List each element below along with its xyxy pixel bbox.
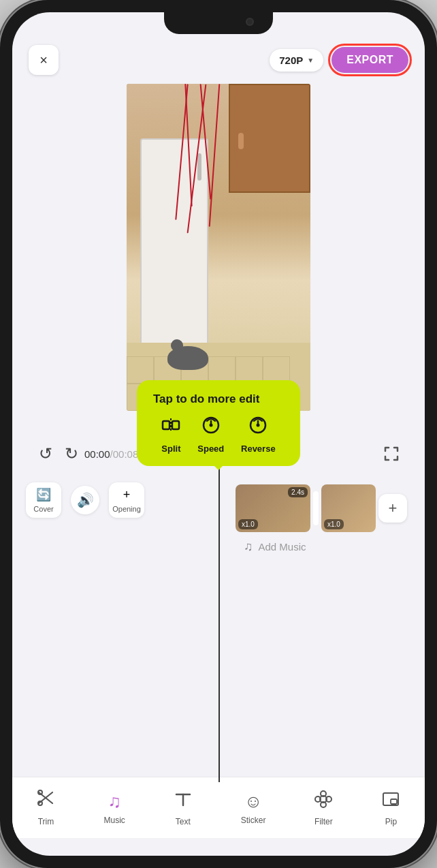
opening-icon: + — [123, 488, 131, 502]
cabinet-handle — [238, 133, 244, 149]
front-camera — [246, 18, 254, 26]
svg-point-4 — [209, 424, 212, 427]
filter-tool[interactable]: Filter — [314, 790, 333, 826]
fridge-handle — [197, 153, 201, 181]
top-right-controls: 720P ▼ EXPORT — [270, 47, 408, 73]
reverse-icon — [248, 416, 268, 439]
clip-2[interactable]: x1.0 — [321, 484, 376, 532]
floor-tile — [263, 356, 290, 384]
filter-label: Filter — [314, 817, 333, 826]
opening-button[interactable]: + Opening — [109, 482, 144, 518]
cat-animal — [167, 346, 208, 370]
clip-separator[interactable] — [313, 491, 319, 525]
sticker-label: Sticker — [241, 816, 266, 825]
quality-label: 720P — [279, 55, 303, 66]
video-frame — [127, 84, 310, 411]
floor-tile — [208, 356, 236, 384]
clip2-speed-badge: x1.0 — [324, 519, 344, 529]
svg-point-10 — [38, 801, 42, 805]
music-tool[interactable]: ♫ Music — [103, 791, 125, 825]
reverse-label: Reverse — [241, 444, 276, 454]
sticker-icon: ☺ — [244, 791, 263, 812]
clip-1[interactable]: 2.4s x1.0 — [236, 484, 310, 532]
cover-icon: 🔄 — [36, 487, 51, 502]
text-label: Text — [176, 817, 191, 826]
tooltip-popup[interactable]: Tap to do more edit Split — [137, 380, 300, 466]
bottom-toolbar: Trim ♫ Music Text ☺ Sticker — [12, 777, 425, 838]
svg-rect-19 — [391, 799, 397, 804]
svg-point-6 — [257, 424, 260, 427]
cover-label: Cover — [33, 505, 53, 513]
undo-icon: ↺ — [39, 444, 52, 463]
sticker-tool[interactable]: ☺ Sticker — [241, 791, 266, 825]
svg-point-9 — [38, 790, 42, 794]
pip-label: Pip — [385, 817, 397, 826]
split-label: Split — [161, 444, 180, 454]
speed-label: Speed — [197, 444, 224, 454]
notch — [164, 12, 273, 34]
add-clip-button[interactable]: + — [378, 494, 407, 523]
volume-icon: 🔊 — [77, 492, 94, 508]
floor-tile — [127, 356, 154, 384]
clip-speed-badge: x1.0 — [238, 519, 258, 529]
playhead — [218, 469, 220, 782]
video-preview[interactable] — [127, 84, 310, 411]
undo-button[interactable]: ↺ — [33, 441, 59, 467]
close-button[interactable]: × — [29, 45, 59, 75]
text-icon — [174, 790, 193, 813]
volume-button[interactable]: 🔊 — [71, 486, 99, 514]
tooltip-actions: Split Speed — [153, 416, 284, 454]
svg-rect-0 — [163, 421, 169, 429]
close-icon: × — [39, 52, 48, 68]
export-label: EXPORT — [346, 54, 393, 65]
speed-action[interactable]: Speed — [197, 416, 224, 454]
current-time: 00:00 — [84, 448, 110, 460]
text-tool[interactable]: Text — [174, 790, 193, 826]
trim-tool[interactable]: Trim — [36, 790, 55, 826]
floor-tile — [236, 356, 263, 384]
cabinet — [229, 84, 310, 193]
fullscreen-button[interactable] — [378, 441, 404, 467]
clip-duration-badge: 2.4s — [288, 487, 308, 497]
music-note-icon: ♫ — [244, 540, 253, 554]
chevron-down-icon: ▼ — [307, 57, 314, 64]
split-action[interactable]: Split — [161, 416, 180, 454]
redo-button[interactable]: ↻ — [59, 441, 84, 467]
add-music-button[interactable]: ♫ Add Music — [241, 540, 306, 554]
split-icon — [161, 416, 180, 439]
add-icon: + — [389, 499, 398, 517]
svg-rect-1 — [172, 421, 179, 429]
clip-strip: 2.4s x1.0 x1.0 + — [236, 481, 414, 536]
phone-screen: × 720P ▼ EXPORT — [12, 12, 425, 856]
pip-icon — [381, 790, 400, 813]
phone-frame: × 720P ▼ EXPORT — [0, 0, 437, 868]
top-bar: × 720P ▼ EXPORT — [12, 40, 425, 80]
speed-icon — [201, 416, 221, 439]
string-decorations — [154, 84, 195, 288]
export-button[interactable]: EXPORT — [331, 47, 408, 73]
total-time: 00:08 — [113, 448, 139, 460]
add-music-label: Add Music — [259, 541, 306, 553]
trim-label: Trim — [38, 817, 54, 826]
tooltip-title: Tap to do more edit — [153, 392, 284, 406]
opening-label: Opening — [112, 505, 141, 513]
music-icon: ♫ — [108, 791, 121, 812]
trim-icon — [36, 790, 55, 813]
pip-tool[interactable]: Pip — [381, 790, 400, 826]
music-label: Music — [103, 816, 125, 825]
cover-button[interactable]: 🔄 Cover — [26, 482, 61, 518]
redo-icon: ↻ — [65, 444, 78, 463]
reverse-action[interactable]: Reverse — [241, 416, 276, 454]
filter-icon — [314, 790, 333, 813]
quality-selector[interactable]: 720P ▼ — [270, 49, 323, 72]
time-display: 00:00/00:08 — [84, 448, 138, 460]
